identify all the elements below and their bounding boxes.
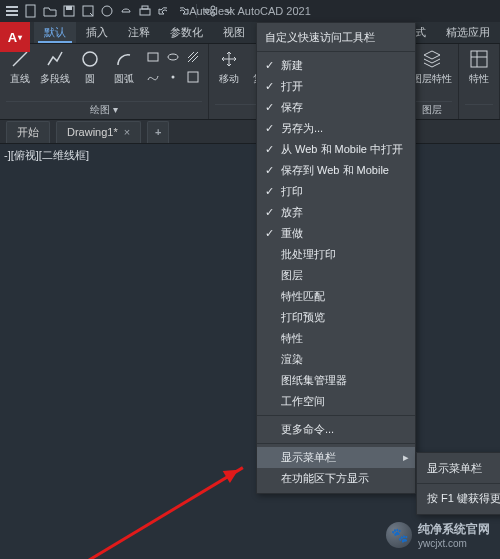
ribbon-btn-layerprops[interactable]: 图层特性 — [412, 48, 452, 86]
svg-rect-14 — [148, 53, 158, 61]
watermark-url: ywcjxt.com — [418, 538, 490, 549]
qa-item-plot[interactable]: ✓打印 — [257, 181, 415, 202]
ribbon-tab-parametric[interactable]: 参数化 — [160, 22, 213, 43]
check-icon: ✓ — [263, 122, 275, 135]
qa-item-label: 打印 — [281, 184, 303, 199]
qa-item-label: 特性 — [281, 331, 303, 346]
qa-item-render[interactable]: 渲染 — [257, 349, 415, 370]
paw-icon: 🐾 — [386, 522, 412, 548]
svg-point-7 — [102, 6, 112, 16]
qat-save-icon[interactable] — [61, 3, 77, 19]
qat-new-icon[interactable] — [23, 3, 39, 19]
qa-item-label: 批处理打印 — [281, 247, 336, 262]
region-icon[interactable] — [184, 68, 202, 86]
ribbon-group-label: 图层 — [412, 101, 452, 117]
ribbon-tab-featured[interactable]: 精选应用 — [436, 22, 500, 43]
ribbon-btn-circle[interactable]: 圆 — [76, 48, 104, 86]
ribbon-group-draw: 直线 多段线 圆 圆弧 绘图 ▾ — [0, 44, 209, 119]
ribbon-btn-move[interactable]: 移动 — [215, 48, 243, 86]
hatch-icon[interactable] — [184, 48, 202, 66]
check-icon: ✓ — [263, 164, 275, 177]
qa-item-sheetset[interactable]: 图纸集管理器 — [257, 370, 415, 391]
svg-rect-9 — [142, 6, 148, 9]
ribbon-draw-minor-buttons — [144, 48, 202, 86]
doc-tab-label: Drawing1* — [67, 126, 118, 138]
qa-item-label: 图纸集管理器 — [281, 373, 347, 388]
close-icon[interactable]: × — [124, 126, 130, 138]
qat-saveas-icon[interactable] — [80, 3, 96, 19]
svg-rect-17 — [188, 72, 198, 82]
ribbon-tab-view[interactable]: 视图 — [213, 22, 255, 43]
watermark-text: 纯净系统官网 — [418, 521, 490, 538]
ribbon: 直线 多段线 圆 圆弧 绘图 ▾ — [0, 44, 500, 120]
ribbon-btn-properties[interactable]: 特性 — [465, 48, 493, 86]
viewport-label[interactable]: -][俯视][二维线框] — [4, 148, 89, 163]
rect-icon[interactable] — [144, 48, 162, 66]
ribbon-tab-annotate[interactable]: 注释 — [118, 22, 160, 43]
doc-tab-new[interactable]: + — [147, 121, 169, 143]
ribbon-btn-arc[interactable]: 圆弧 — [110, 48, 138, 86]
qat-menu-title: 自定义快速访问工具栏 — [257, 27, 415, 48]
ribbon-btn-label: 圆弧 — [114, 72, 134, 86]
qat-web-save-icon[interactable] — [118, 3, 134, 19]
qa-item-saveas[interactable]: ✓另存为... — [257, 118, 415, 139]
qa-item-label: 工作空间 — [281, 394, 325, 409]
ribbon-tab-default[interactable]: 默认 — [34, 22, 76, 43]
qa-item-showmenubar[interactable]: 显示菜单栏▸ — [257, 447, 415, 468]
ribbon-group-label — [465, 104, 493, 117]
spline-icon[interactable] — [144, 68, 162, 86]
qa-item-layer[interactable]: 图层 — [257, 265, 415, 286]
qa-item-openweb[interactable]: ✓从 Web 和 Mobile 中打开 — [257, 139, 415, 160]
arc-icon — [113, 48, 135, 70]
ribbon-btn-label: 移动 — [219, 72, 239, 86]
qa-item-label: 重做 — [281, 226, 303, 241]
ellipse-icon[interactable] — [164, 48, 182, 66]
qa-item-saveweb[interactable]: ✓保存到 Web 和 Mobile — [257, 160, 415, 181]
qa-item-batchplot[interactable]: 批处理打印 — [257, 244, 415, 265]
svg-rect-21 — [471, 51, 487, 67]
qat-open-icon[interactable] — [42, 3, 58, 19]
qa-item-properties[interactable]: 特性 — [257, 328, 415, 349]
svg-point-15 — [168, 54, 178, 60]
qa-item-label: 保存 — [281, 100, 303, 115]
qa-item-matchprops[interactable]: 特性匹配 — [257, 286, 415, 307]
properties-icon — [468, 48, 490, 70]
ribbon-group-properties: 特性 — [459, 44, 500, 119]
ribbon-btn-label: 直线 — [10, 72, 30, 86]
doc-tab-drawing1[interactable]: Drawing1* × — [56, 121, 141, 143]
qa-item-label: 打开 — [281, 79, 303, 94]
app-menu-button[interactable]: A ▾ — [0, 22, 30, 52]
qa-item-open[interactable]: ✓打开 — [257, 76, 415, 97]
watermark: 🐾 纯净系统官网 ywcjxt.com — [386, 521, 490, 549]
qa-item-new[interactable]: ✓新建 — [257, 55, 415, 76]
qat-menu-icon[interactable] — [4, 3, 20, 19]
ribbon-btn-line[interactable]: 直线 — [6, 48, 34, 86]
submenu-showmenubar[interactable]: 显示菜单栏 — [417, 457, 500, 480]
doc-tab-start[interactable]: 开始 — [6, 121, 50, 143]
qa-item-undo[interactable]: ✓放弃 — [257, 202, 415, 223]
qa-item-belowribbon[interactable]: 在功能区下方显示 — [257, 468, 415, 489]
svg-rect-0 — [6, 6, 18, 8]
check-icon: ✓ — [263, 185, 275, 198]
point-icon[interactable] — [164, 68, 182, 86]
ribbon-tab-insert[interactable]: 插入 — [76, 22, 118, 43]
qa-item-redo[interactable]: ✓重做 — [257, 223, 415, 244]
ribbon-tab-strip: 默认 插入 注释 参数化 视图 格式 精选应用 — [0, 22, 500, 44]
qa-item-workspace[interactable]: 工作空间 — [257, 391, 415, 412]
qa-item-label: 特性匹配 — [281, 289, 325, 304]
qa-item-save[interactable]: ✓保存 — [257, 97, 415, 118]
qa-item-label: 打印预览 — [281, 310, 325, 325]
qat-web-open-icon[interactable] — [99, 3, 115, 19]
svg-rect-2 — [6, 14, 18, 16]
ribbon-btn-polyline[interactable]: 多段线 — [40, 48, 70, 86]
svg-rect-8 — [140, 9, 150, 15]
qa-item-label: 新建 — [281, 58, 303, 73]
qa-item-morecommands[interactable]: 更多命令... — [257, 419, 415, 440]
doc-tab-label: 开始 — [17, 125, 39, 140]
qat-undo-icon[interactable] — [156, 3, 172, 19]
qat-plot-icon[interactable] — [137, 3, 153, 19]
circle-icon — [79, 48, 101, 70]
qa-item-plotpreview[interactable]: 打印预览 — [257, 307, 415, 328]
check-icon: ✓ — [263, 143, 275, 156]
ribbon-btn-label: 多段线 — [40, 72, 70, 86]
